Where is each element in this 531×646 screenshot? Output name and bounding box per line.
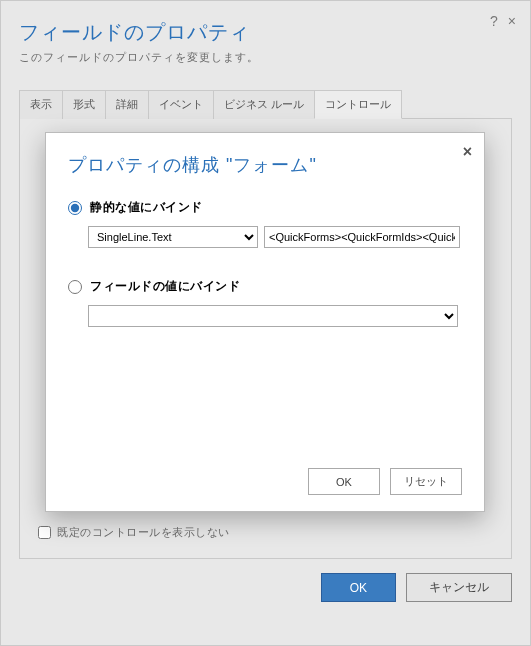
modal-ok-button[interactable]: OK: [308, 468, 380, 495]
tab-events[interactable]: イベント: [148, 90, 214, 119]
option-static-row: 静的な値にバインド: [68, 199, 462, 216]
field-value-select[interactable]: [88, 305, 458, 327]
modal-title: プロパティの構成 "フォーム": [68, 153, 462, 177]
cancel-button[interactable]: キャンセル: [406, 573, 512, 602]
tab-bar: 表示 形式 詳細 イベント ビジネス ルール コントロール: [19, 89, 512, 119]
hide-default-control-row: 既定のコントロールを表示しない: [38, 525, 230, 540]
panel-subtitle: このフィールドのプロパティを変更します。: [19, 50, 512, 65]
close-icon[interactable]: ×: [508, 13, 516, 29]
radio-field-label: フィールドの値にバインド: [90, 278, 240, 295]
hide-default-control-checkbox[interactable]: [38, 526, 51, 539]
tab-display[interactable]: 表示: [19, 90, 63, 119]
tab-business-rules[interactable]: ビジネス ルール: [213, 90, 315, 119]
tab-format[interactable]: 形式: [62, 90, 106, 119]
ok-button[interactable]: OK: [321, 573, 396, 602]
help-icon[interactable]: ?: [490, 13, 498, 29]
static-value-input[interactable]: [264, 226, 460, 248]
modal-close-icon[interactable]: ×: [463, 143, 472, 161]
radio-static-label: 静的な値にバインド: [90, 199, 203, 216]
tab-controls[interactable]: コントロール: [314, 90, 402, 119]
static-inputs: SingleLine.Text: [88, 226, 462, 248]
hide-default-control-label: 既定のコントロールを表示しない: [57, 525, 230, 540]
static-type-select[interactable]: SingleLine.Text: [88, 226, 258, 248]
radio-field-value[interactable]: [68, 280, 82, 294]
tab-details[interactable]: 詳細: [105, 90, 149, 119]
panel-footer-buttons: OK キャンセル: [19, 573, 512, 602]
panel-title: フィールドのプロパティ: [19, 19, 512, 46]
panel-header-icons: ? ×: [490, 13, 516, 29]
panel-header: フィールドのプロパティ このフィールドのプロパティを変更します。 ? ×: [19, 19, 512, 65]
configure-property-modal: × プロパティの構成 "フォーム" 静的な値にバインド SingleLine.T…: [45, 132, 485, 512]
modal-reset-button[interactable]: リセット: [390, 468, 462, 495]
field-select-wrap: [88, 305, 462, 327]
option-field-row: フィールドの値にバインド: [68, 278, 462, 295]
modal-footer-buttons: OK リセット: [308, 468, 462, 495]
radio-static-value[interactable]: [68, 201, 82, 215]
